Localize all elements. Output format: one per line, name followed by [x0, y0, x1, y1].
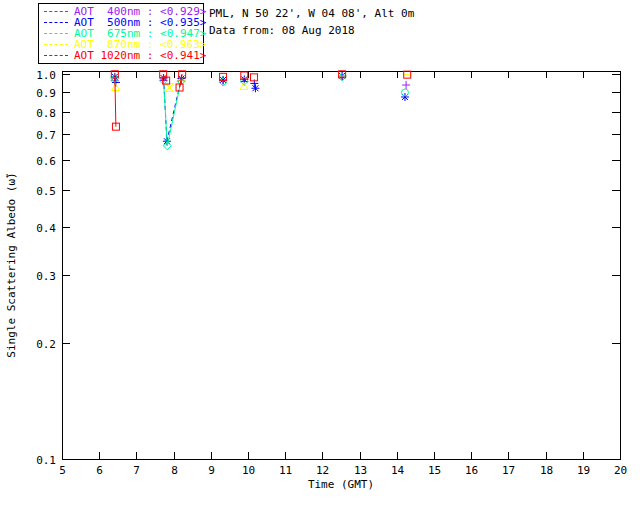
ssa-plot-page: 5678910111213141516171819201.00.90.80.70…	[0, 0, 640, 512]
x-tick-label: 8	[171, 464, 178, 477]
y-tick-label: 0.8	[36, 107, 56, 120]
legend-label-1020nm: AOT 1020nm : <0.941>	[74, 50, 206, 61]
x-tick-label: 17	[502, 464, 515, 477]
legend-line-sample-1020nm	[44, 55, 68, 56]
y-tick-label: 1.0	[36, 69, 56, 82]
marker-500nm	[112, 79, 120, 87]
x-tick-label: 16	[465, 464, 478, 477]
station-title: PML, N 50 22', W 04 08', Alt 0m	[209, 5, 414, 22]
y-tick-label: 0.4	[36, 222, 56, 235]
marker-400nm	[402, 81, 410, 89]
plot-frame	[63, 72, 621, 460]
x-tick-label: 9	[208, 464, 215, 477]
x-tick-label: 6	[96, 464, 103, 477]
y-tick-label: 0.3	[36, 270, 56, 283]
y-tick-label: 0.5	[36, 185, 56, 198]
x-tick-label: 20	[614, 464, 627, 477]
x-axis-title: Time (GMT)	[308, 478, 374, 491]
legend-line-sample-400nm	[44, 11, 68, 12]
x-tick-label: 13	[354, 464, 367, 477]
x-tick-label: 11	[279, 464, 292, 477]
y-axis-title: Single Scattering Albedo (ω̃)	[5, 172, 18, 357]
marker-500nm	[251, 84, 259, 92]
x-tick-label: 18	[540, 464, 553, 477]
legend-line-sample-870nm	[44, 44, 68, 45]
marker-870nm	[166, 84, 174, 92]
x-tick-label: 19	[577, 464, 590, 477]
x-tick-label: 7	[133, 464, 140, 477]
y-tick-label: 0.1	[36, 454, 56, 467]
legend-line-sample-675nm	[44, 33, 68, 34]
legend-line-sample-500nm	[44, 22, 68, 23]
legend-box: AOT 400nm : <0.929>AOT 500nm : <0.935>AO…	[38, 3, 204, 64]
legend-row-1020nm: AOT 1020nm : <0.941>	[44, 50, 200, 61]
ssa-chart: 5678910111213141516171819201.00.90.80.70…	[0, 0, 640, 512]
x-tick-label: 10	[242, 464, 255, 477]
y-tick-label: 0.7	[36, 129, 56, 142]
x-tick-label: 5	[59, 464, 66, 477]
x-tick-label: 15	[428, 464, 441, 477]
y-tick-label: 0.9	[36, 87, 56, 100]
title-block: PML, N 50 22', W 04 08', Alt 0m Data fro…	[209, 5, 414, 39]
x-tick-label: 12	[316, 464, 329, 477]
date-subtitle: Data from: 08 Aug 2018	[209, 22, 414, 39]
y-tick-label: 0.2	[36, 338, 56, 351]
y-tick-label: 0.6	[36, 155, 56, 168]
x-tick-label: 14	[391, 464, 405, 477]
